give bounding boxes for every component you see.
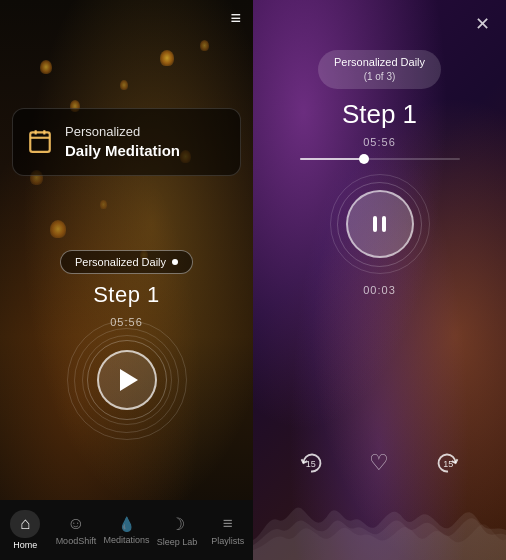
card-line1: Personalized [65,123,180,141]
lantern-1 [40,60,52,74]
moodshift-icon [67,514,84,534]
right-timer: 05:56 [363,136,396,148]
nav-home-label: Home [13,540,37,550]
rewind-label: 15 [306,459,316,469]
left-main-content: Personalized Daily Step 1 05:56 [0,250,253,420]
rewind-icon-wrap: 15 [294,446,328,480]
forward-label: 15 [443,459,453,469]
playlists-icon [223,514,233,534]
right-panel: ✕ Personalized Daily (1 of 3) Step 1 05:… [253,0,506,560]
forward-icon-wrap: 15 [431,446,465,480]
home-icon [20,514,30,534]
sleep-icon [170,514,185,535]
right-step-title: Step 1 [342,99,417,130]
nav-playlists[interactable]: Playlists [202,514,253,546]
left-panel: ≡ Personalized Daily Meditation Personal… [0,0,253,560]
nav-moodshift[interactable]: MoodShift [51,514,102,546]
right-main-content: Personalized Daily (1 of 3) Step 1 05:56… [253,50,506,296]
left-card: Personalized Daily Meditation [12,108,241,176]
rewind-button[interactable]: 15 [294,446,328,480]
nav-home[interactable]: Home [0,510,51,550]
lantern-3 [160,50,174,66]
pause-button-wrap [330,174,430,274]
close-button[interactable]: ✕ [470,12,494,36]
right-badge-sub: (1 of 3) [334,70,425,84]
lantern-7 [100,200,107,209]
badge-label: Personalized Daily [75,256,166,268]
svg-rect-0 [30,132,50,152]
card-text: Personalized Daily Meditation [65,123,180,161]
personalized-badge[interactable]: Personalized Daily [60,250,193,274]
nav-playlists-label: Playlists [211,536,244,546]
nav-meditations-label: Meditations [103,535,149,545]
nav-moodshift-label: MoodShift [56,536,97,546]
bottom-nav: Home MoodShift Meditations Sleep Lab Pla… [0,500,253,560]
progress-bar-container[interactable] [300,158,460,160]
favorite-button[interactable]: ♡ [369,450,389,476]
progress-knob [359,154,369,164]
calendar-icon [27,128,55,156]
media-controls: 15 ♡ 15 [253,446,506,480]
menu-icon[interactable]: ≡ [230,8,241,29]
play-button-ring [87,340,167,420]
countdown: 00:03 [363,284,396,296]
left-step-title: Step 1 [93,282,160,308]
progress-fill [300,158,364,160]
lantern-5 [200,40,209,51]
heart-icon: ♡ [369,450,389,476]
right-badge: Personalized Daily (1 of 3) [318,50,441,89]
right-badge-title: Personalized Daily [334,55,425,70]
nav-sleep-label: Sleep Lab [157,537,198,547]
nav-sleep-lab[interactable]: Sleep Lab [152,514,203,547]
waveform [253,480,506,560]
progress-track [300,158,460,160]
forward-button[interactable]: 15 [431,446,465,480]
lantern-9 [50,220,66,238]
badge-dot [172,259,178,265]
card-line2: Daily Meditation [65,141,180,161]
pause-ring-mid [337,182,422,267]
lantern-2 [120,80,128,90]
meditations-icon [118,515,135,533]
nav-meditations[interactable]: Meditations [101,515,152,545]
ripple-3 [67,320,187,440]
